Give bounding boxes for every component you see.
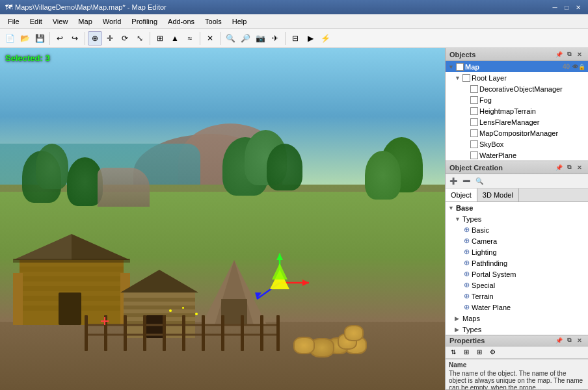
tree-checkbox-waterplane[interactable]: [470, 151, 478, 159]
menu-addons[interactable]: Add-ons: [163, 14, 200, 29]
tree-checkbox-rootlayer[interactable]: [462, 74, 470, 82]
menu-help[interactable]: Help: [227, 14, 252, 29]
maximize-button[interactable]: □: [562, 3, 571, 12]
tree-checkbox-fog[interactable]: [470, 96, 478, 104]
tree-eye-map[interactable]: 👁: [572, 64, 578, 70]
creation-lighting[interactable]: ⊕ Lighting: [446, 246, 588, 257]
toolbar-move[interactable]: ✛: [103, 31, 117, 46]
creation-special[interactable]: ⊕ Special: [446, 280, 588, 291]
toolbar-fly[interactable]: ✈: [268, 31, 282, 46]
tab-object[interactable]: Object: [446, 188, 477, 202]
creation-types[interactable]: ▼ Types: [446, 213, 588, 224]
creation-filter-btn[interactable]: 🔍: [474, 176, 485, 187]
creation-pathfinding[interactable]: ⊕ Pathfinding: [446, 257, 588, 268]
tree-checkbox-skybox[interactable]: [470, 140, 478, 148]
properties-expand-btn[interactable]: ⊞: [474, 346, 485, 358]
tree-item-map[interactable]: ▼ Map 40 👁 🔒: [446, 61, 588, 72]
creation-label-basic: Basic: [472, 226, 489, 234]
toolbar-open[interactable]: 📂: [18, 31, 32, 46]
properties-settings-btn[interactable]: ⚙: [487, 346, 498, 358]
creation-basic[interactable]: ⊕ Basic: [446, 224, 588, 235]
toolbar-run[interactable]: ⚡: [318, 31, 332, 46]
tree-arrow-decorative: [462, 86, 470, 92]
creation-terrain[interactable]: ⊕ Terrain: [446, 291, 588, 302]
objects-float-icon[interactable]: ⧉: [565, 50, 574, 59]
creation-portalsystem[interactable]: ⊕ Portal System: [446, 268, 588, 280]
toolbar-camera[interactable]: 📷: [253, 31, 267, 46]
svg-rect-10: [13, 273, 23, 325]
creation-waterplane[interactable]: ⊕ Water Plane: [446, 302, 588, 313]
menubar: File Edit View Map World Profiling Add-o…: [0, 14, 588, 29]
creation-arrow-base: ▼: [448, 205, 456, 211]
toolbar-undo[interactable]: ↩: [53, 31, 67, 46]
tree-checkbox-decorative[interactable]: [470, 85, 478, 93]
desc-text: The name of the object. The name of the …: [449, 370, 585, 389]
viewport[interactable]: Selected: 3: [0, 48, 445, 390]
properties-filter-btn[interactable]: ⊞: [461, 346, 472, 358]
menu-tools[interactable]: Tools: [200, 14, 227, 29]
tree-label-waterplane: WaterPlane: [479, 151, 516, 159]
creation-arrow-types: ▼: [455, 216, 462, 222]
desc-title: Name: [449, 361, 585, 369]
toolbar-scale[interactable]: ⤡: [133, 31, 147, 46]
toolbar-delete[interactable]: ✕: [203, 31, 217, 46]
menu-map[interactable]: Map: [73, 14, 97, 29]
tree-item-compositor[interactable]: MapCompositorManager: [446, 127, 588, 138]
toolbar-terrain[interactable]: ▲: [168, 31, 182, 46]
tree-item-heightmap[interactable]: HeightmapTerrain: [446, 105, 588, 116]
tree-label-lensflare: LensFlareManager: [479, 118, 539, 126]
tree-item-lensflare[interactable]: LensFlareManager: [446, 116, 588, 127]
tree-item-rootlayer[interactable]: ▼ Root Layer: [446, 72, 588, 83]
tree-checkbox-heightmap[interactable]: [470, 107, 478, 115]
creation-add-btn[interactable]: ➕: [448, 176, 459, 187]
tree-item-waterplane[interactable]: WaterPlane: [446, 150, 588, 161]
creation-remove-btn[interactable]: ➖: [461, 176, 472, 187]
creation-camera[interactable]: ⊕ Camera: [446, 235, 588, 246]
properties-sort-btn[interactable]: ⇅: [448, 346, 459, 358]
transform-gizmo: [247, 250, 312, 315]
svg-rect-14: [124, 306, 195, 309]
properties-close-icon[interactable]: ✕: [575, 336, 584, 345]
menu-view[interactable]: View: [47, 14, 74, 29]
toolbar-water[interactable]: ≈: [183, 31, 197, 46]
tree-item-fog[interactable]: Fog: [446, 94, 588, 105]
creation-tree: ▼ Base ▼ Types ⊕ Basic ⊕ Camera ⊕ Ligh: [446, 202, 588, 335]
toolbar-save[interactable]: 💾: [33, 31, 47, 46]
toolbar-rotate[interactable]: ⟳: [118, 31, 132, 46]
toolbar-select[interactable]: ⊕: [88, 31, 102, 46]
menu-world[interactable]: World: [98, 14, 127, 29]
objects-pin-icon[interactable]: 📌: [554, 50, 563, 59]
toolbar-redo[interactable]: ↪: [68, 31, 82, 46]
toolbar-new[interactable]: 📄: [3, 31, 17, 46]
properties-pin-icon[interactable]: 📌: [554, 336, 563, 345]
toolbar-grid[interactable]: ⊟: [288, 31, 302, 46]
titlebar-controls: ─ □ ✕: [550, 3, 583, 12]
svg-rect-3: [20, 286, 124, 291]
close-button[interactable]: ✕: [574, 3, 583, 12]
creation-pin-icon[interactable]: 📌: [554, 163, 563, 172]
objects-close-icon[interactable]: ✕: [575, 50, 584, 59]
tab-3d-model[interactable]: 3D Model: [477, 188, 519, 202]
tree-item-decorative[interactable]: DecorativeObjectManager: [446, 83, 588, 94]
selection-indicator: Selected: 3: [5, 53, 50, 63]
menu-profiling[interactable]: Profiling: [126, 14, 163, 29]
creation-close-icon[interactable]: ✕: [575, 163, 584, 172]
creation-types2[interactable]: ▶ Types: [446, 324, 588, 335]
tree-lock-map[interactable]: 🔒: [578, 64, 585, 70]
creation-base[interactable]: ▼ Base: [446, 202, 588, 213]
minimize-button[interactable]: ─: [550, 3, 559, 12]
toolbar-snap-grid[interactable]: ⊞: [153, 31, 167, 46]
menu-file[interactable]: File: [3, 14, 25, 29]
menu-edit[interactable]: Edit: [25, 14, 47, 29]
properties-float-icon[interactable]: ⧉: [565, 336, 574, 345]
toolbar-play[interactable]: ▶: [303, 31, 317, 46]
tree-checkbox-map[interactable]: [456, 63, 464, 71]
tree-checkbox-lensflare[interactable]: [470, 118, 478, 126]
creation-maps[interactable]: ▶ Maps: [446, 313, 588, 324]
tree-checkbox-compositor[interactable]: [470, 129, 478, 137]
tree-item-skybox[interactable]: SkyBox: [446, 138, 588, 150]
toolbar-zoom-in[interactable]: 🔍: [223, 31, 237, 46]
toolbar-zoom-out[interactable]: 🔎: [238, 31, 252, 46]
creation-arrow-maps: ▶: [455, 315, 462, 322]
creation-float-icon[interactable]: ⧉: [565, 163, 574, 172]
